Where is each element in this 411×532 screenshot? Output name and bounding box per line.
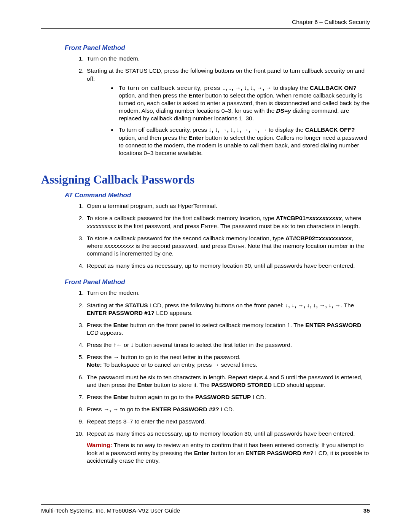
s2-item-1: Open a terminal program, such as HyperTe…: [85, 202, 370, 210]
enter-button-label: Enter: [189, 134, 204, 141]
right-arrow: →: [213, 361, 220, 368]
enter-button-label: Enter: [113, 394, 129, 400]
page: Chapter 6 – Callback Security Front Pane…: [0, 0, 411, 532]
enter-key-smallcaps: Enter: [201, 223, 217, 229]
s3-item-1: Turn on the modem.: [85, 289, 370, 297]
s3-item-5: Press the → button to go to the next let…: [85, 353, 370, 369]
heading-front-panel-2: Front Panel Method: [65, 278, 370, 286]
note-label: Note:: [87, 361, 102, 368]
s3-item-10: Repeat as many times as necessary, up to…: [85, 430, 370, 465]
list-s1: Turn on the modem. Starting at the STATU…: [69, 55, 370, 157]
s3-item-2: Starting at the STATUS LCD, press the fo…: [85, 302, 370, 317]
password-setup-lcd: PASSWORD SETUP: [195, 394, 251, 400]
s3-item-8: Press →, → to go to the ENTER PASSWORD #…: [85, 406, 370, 413]
callback-off-option: CALLBACK OFF?: [305, 126, 355, 133]
enter-key-smallcaps: Enter: [228, 243, 244, 249]
arrow-sequence: ↓, ↓, →, ↓, ↓, →, →, →: [209, 126, 267, 133]
callback-on-option: CALLBACK ON?: [310, 85, 357, 91]
ds-y-command: DS=y: [276, 107, 291, 114]
s1-item-1: Turn on the modem.: [85, 55, 370, 62]
list-s3: Turn on the modem. Starting at the STATU…: [69, 289, 370, 464]
heading-assigning-passwords: Assigning Callback Passwords: [41, 172, 370, 187]
password-stored-lcd: PASSWORD STORED: [211, 382, 272, 388]
arrow-sequence: →, →: [104, 406, 119, 412]
s1-bullets: To turn on callback security, press ↓, ↓…: [106, 84, 370, 157]
warning-label: Warning:: [87, 442, 112, 448]
chapter-title: Chapter 6 – Callback Security: [292, 19, 370, 25]
up-left-arrows: ↑←: [113, 342, 124, 348]
s1-bullet-1: To turn on callback security, press ↓, ↓…: [117, 84, 370, 123]
s3-item-9: Repeat steps 3–7 to enter the next passw…: [85, 418, 370, 425]
s1-item-2: Starting at the STATUS LCD, press the fo…: [85, 67, 370, 157]
enter-button-label: Enter: [113, 322, 129, 328]
enter-password-1-lcd: ENTER PASSWORD #1?: [87, 310, 155, 316]
right-arrow: →: [113, 354, 119, 360]
enter-password-2-lcd: ENTER PASSWORD #2?: [151, 406, 219, 412]
s3-item-3: Press the Enter button on the front pane…: [85, 321, 370, 337]
s3-item-6: The password must be six to ten characte…: [85, 374, 370, 389]
enter-button-label: Enter: [189, 92, 204, 99]
enter-password-lcd: ENTER PASSWORD: [305, 322, 361, 328]
page-header: Chapter 6 – Callback Security: [41, 18, 370, 29]
arrow-sequence: ↓, ↓, →, ↓, ↓, →, →: [223, 85, 272, 91]
arrow-sequence: ↓, ↓, →, ↓, ↓, →, ↓, →: [285, 302, 341, 308]
heading-at-command: AT Command Method: [65, 191, 370, 200]
warning-block: Warning: There is no way to review an en…: [87, 441, 370, 464]
enter-button-label: Enter: [137, 382, 153, 388]
heading-front-panel-1: Front Panel Method: [65, 44, 370, 52]
list-s2: Open a terminal program, such as HyperTe…: [69, 202, 370, 270]
page-number: 35: [363, 507, 370, 514]
s2-item-3: To store a callback password for the sec…: [85, 235, 370, 257]
enter-button-label: Enter: [194, 450, 209, 456]
s3-item-7: Press the Enter button again to go to th…: [85, 393, 370, 401]
at-cbp01-cmd: AT#CBP01=: [276, 215, 309, 221]
s3-item-4: Press the ↑← or ↓ button several times t…: [85, 341, 370, 349]
page-footer: Multi-Tech Systems, Inc. MT5600BA-V92 Us…: [41, 504, 370, 514]
footer-text: Multi-Tech Systems, Inc. MT5600BA-V92 Us…: [41, 507, 180, 514]
s1-bullet-2: To turn off callback security, press ↓, …: [117, 126, 370, 157]
status-lcd-label: STATUS: [125, 302, 148, 308]
s2-item-2: To store a callback password for the fir…: [85, 214, 370, 230]
at-cbp02-cmd: AT#CBP02=: [285, 235, 319, 241]
s2-item-4: Repeat as many times as necessary, up to…: [85, 262, 370, 270]
